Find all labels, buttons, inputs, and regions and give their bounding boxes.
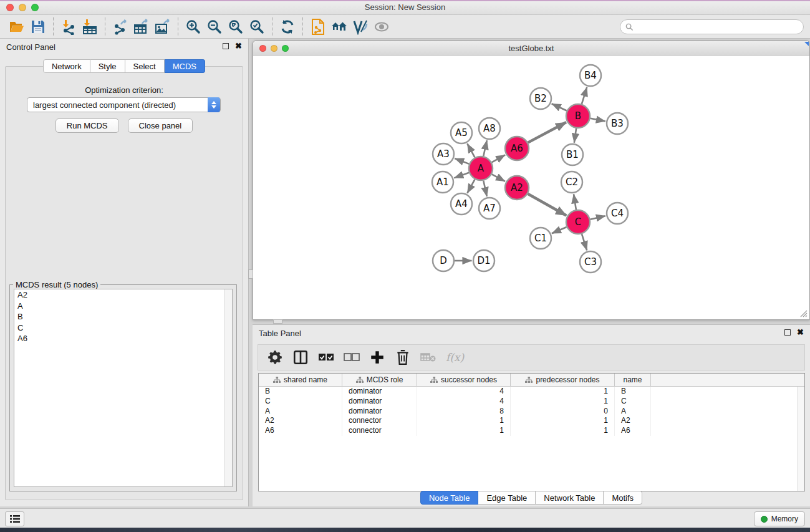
zoom-out-button[interactable]	[204, 17, 225, 37]
zoom-selected-button[interactable]	[246, 17, 268, 37]
column-header-name[interactable]: name	[615, 374, 651, 386]
import-network-button[interactable]	[58, 17, 79, 37]
table-cell[interactable]: A6	[615, 426, 651, 436]
edge-B-B2[interactable]	[552, 104, 567, 110]
table-cell[interactable]: connector	[342, 426, 417, 436]
show-column-button[interactable]	[292, 349, 309, 365]
export-image-button[interactable]	[152, 17, 173, 37]
first-neighbors-button[interactable]	[329, 17, 350, 37]
column-header-MCDS-role[interactable]: MCDS role	[342, 374, 417, 386]
table-cell[interactable]: 1	[511, 387, 615, 397]
search-input[interactable]	[637, 22, 803, 31]
result-scrollbar[interactable]	[224, 289, 232, 486]
edge-A-A5[interactable]	[467, 143, 475, 157]
table-row[interactable]: A2connector11A2	[259, 416, 804, 426]
edge-A2-C[interactable]	[528, 194, 566, 216]
network-window-titlebar[interactable]: testGlobe.txt	[253, 41, 809, 56]
table-scrollbar[interactable]	[797, 387, 804, 491]
criterion-dropdown[interactable]: largest connected component (directed)	[27, 97, 221, 112]
splitter-handle-vertical[interactable]	[248, 269, 253, 279]
result-list-item[interactable]: A2	[14, 289, 232, 301]
edge-C-C2[interactable]	[574, 194, 576, 210]
edge-C-C1[interactable]	[552, 227, 567, 233]
table-cell[interactable]: 1	[417, 416, 511, 426]
result-list-item[interactable]: B	[14, 311, 232, 322]
table-row[interactable]: A6connector11A6	[259, 426, 804, 436]
edge-A-A2[interactable]	[492, 174, 505, 181]
table-cell[interactable]: 8	[417, 407, 511, 417]
table-cell[interactable]: A	[259, 407, 342, 417]
tab-select[interactable]: Select	[125, 59, 165, 73]
level-of-detail-button[interactable]	[371, 17, 392, 37]
column-header-shared-name[interactable]: shared name	[259, 374, 342, 386]
table-cell[interactable]: dominator	[342, 387, 417, 397]
zoom-fit-button[interactable]	[225, 17, 246, 37]
edge-A-A6[interactable]	[492, 155, 506, 162]
result-list-item[interactable]: C	[14, 322, 232, 334]
splitter-handle-horizontal[interactable]	[273, 319, 282, 324]
table-row[interactable]: Cdominator41C	[259, 397, 804, 407]
table-cell[interactable]: A2	[259, 416, 342, 426]
table-cell[interactable]: A	[615, 407, 651, 417]
close-table-panel-icon[interactable]: ✖	[797, 329, 804, 336]
select-all-button[interactable]	[318, 349, 334, 365]
table-cell[interactable]: 1	[511, 397, 615, 407]
result-list-item[interactable]: A	[14, 301, 232, 312]
panel-menu-button[interactable]	[5, 511, 24, 526]
float-panel-icon[interactable]	[223, 43, 229, 49]
edge-A-A4[interactable]	[467, 180, 475, 193]
add-column-button[interactable]	[369, 349, 385, 365]
edge-B-B1[interactable]	[574, 128, 576, 143]
open-file-button[interactable]	[6, 17, 27, 37]
resize-grip-icon[interactable]	[799, 309, 808, 317]
table-cell[interactable]: C	[615, 397, 651, 407]
tab-mcds[interactable]: MCDS	[165, 59, 205, 73]
table-cell[interactable]: C	[259, 397, 342, 407]
table-cell[interactable]: 4	[417, 397, 511, 407]
edge-A-A8[interactable]	[483, 140, 487, 156]
tab-node-table[interactable]: Node Table	[420, 491, 479, 505]
tab-network[interactable]: Network	[43, 59, 90, 73]
network-canvas[interactable]: B4B2BB3A8A5A6A3B1AA1C2A2A4A7C4CC1C3DD1	[254, 56, 809, 319]
column-header-predecessor-nodes[interactable]: predecessor nodes	[511, 374, 615, 386]
close-panel-button[interactable]: Close panel	[128, 118, 193, 133]
table-cell[interactable]: A2	[615, 416, 651, 426]
mcds-result-list[interactable]: A2ABCA6	[14, 289, 233, 487]
edge-A-A1[interactable]	[454, 173, 469, 178]
edge-A-A3[interactable]	[455, 158, 469, 164]
edge-C-C3[interactable]	[582, 234, 587, 250]
edge-C-C4[interactable]	[591, 216, 605, 219]
close-panel-icon[interactable]: ✖	[235, 43, 242, 49]
table-cell[interactable]: 1	[417, 426, 511, 436]
new-network-button[interactable]	[307, 17, 329, 37]
table-row[interactable]: Bdominator41B	[259, 387, 804, 397]
export-network-button[interactable]	[110, 17, 131, 37]
tab-style[interactable]: Style	[90, 59, 125, 73]
table-cell[interactable]: 0	[511, 407, 615, 417]
table-cell[interactable]: dominator	[342, 397, 417, 407]
table-cell[interactable]: dominator	[342, 407, 417, 417]
tab-network-table[interactable]: Network Table	[536, 491, 604, 505]
search-field[interactable]	[620, 19, 804, 34]
memory-button[interactable]: Memory	[754, 511, 805, 526]
edge-B-B3[interactable]	[591, 118, 605, 122]
import-table-button[interactable]	[79, 17, 100, 37]
run-mcds-button[interactable]: Run MCDS	[55, 118, 119, 133]
zoom-in-button[interactable]	[183, 17, 204, 37]
edge-A6-B[interactable]	[528, 122, 566, 143]
column-header-successor-nodes[interactable]: successor nodes	[417, 374, 511, 386]
table-cell[interactable]: A6	[259, 426, 342, 436]
deselect-all-button[interactable]	[344, 349, 360, 365]
network-graph[interactable]: B4B2BB3A8A5A6A3B1AA1C2A2A4A7C4CC1C3DD1	[254, 56, 809, 319]
delete-table-button[interactable]	[420, 349, 436, 365]
result-list-item[interactable]: A6	[14, 333, 232, 344]
table-cell[interactable]: 1	[511, 426, 615, 436]
refresh-layout-button[interactable]	[277, 17, 298, 37]
export-table-button[interactable]	[131, 17, 152, 37]
tab-motifs[interactable]: Motifs	[604, 491, 642, 505]
function-builder-button[interactable]: f(x)	[446, 349, 464, 365]
table-cell[interactable]: 4	[417, 387, 511, 397]
float-table-panel-icon[interactable]	[784, 329, 791, 336]
tab-edge-table[interactable]: Edge Table	[478, 491, 536, 505]
show-hide-graphics-button[interactable]	[350, 17, 371, 37]
